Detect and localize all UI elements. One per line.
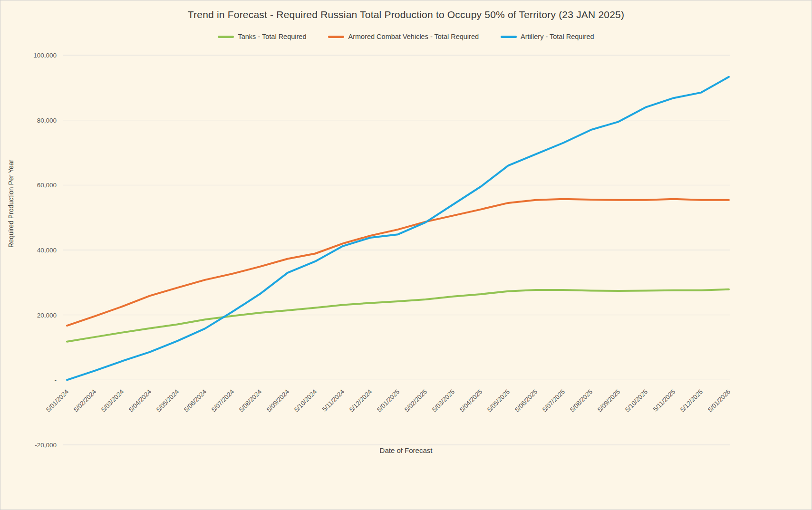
y-tick-label: 100,000 [33,52,57,59]
x-tick-label: 5/12/2024 [348,388,373,413]
x-tick-label: 5/03/2025 [431,388,456,414]
x-tick-label: 5/11/2024 [321,388,346,413]
x-tick-label: 5/08/2024 [238,388,263,413]
y-tick-label: 80,000 [37,117,57,124]
series-line-0 [67,289,729,342]
x-tick-label: 5/02/2025 [403,388,428,414]
x-tick-label: 5/05/2024 [155,388,180,413]
x-tick-label: 5/07/2024 [210,388,235,413]
x-tick-label: 5/07/2025 [541,388,566,414]
x-tick-label: 5/12/2025 [679,388,704,414]
x-tick-label: 5/09/2024 [265,388,290,413]
x-tick-label: 5/08/2025 [569,388,594,414]
y-tick-label: 40,000 [37,247,57,254]
x-tick-label: 5/01/2025 [376,388,401,414]
x-tick-label: 5/09/2025 [596,388,621,414]
x-tick-label: 5/10/2025 [624,388,649,414]
x-tick-label: 5/11/2025 [652,388,677,413]
x-tick-label: 5/01/2026 [706,388,732,414]
series-line-2 [67,77,729,380]
x-tick-label: 5/05/2025 [486,388,511,414]
x-tick-label: 5/04/2024 [127,388,153,413]
chart-svg: 100,00080,00060,00040,00020,000--20,0005… [0,0,812,510]
x-tick-label: 5/01/2024 [45,388,70,413]
x-tick-label: 5/10/2024 [293,388,318,413]
x-tick-label: 5/02/2024 [72,388,97,413]
x-tick-label: 5/03/2024 [100,388,125,413]
x-tick-label: 5/06/2024 [183,388,208,413]
x-tick-label: 5/06/2025 [513,388,539,414]
y-tick-label: - [55,376,57,384]
x-axis-title: Date of Forecast [0,446,812,454]
y-tick-label: 20,000 [37,312,57,319]
y-tick-label: 60,000 [37,182,57,189]
y-axis-title: Required Production Per Year [7,160,15,248]
chart-page: { "page": { "title": "Trend in Forecast … [0,0,812,510]
x-tick-label: 5/04/2025 [458,388,483,414]
series-line-1 [67,199,729,326]
